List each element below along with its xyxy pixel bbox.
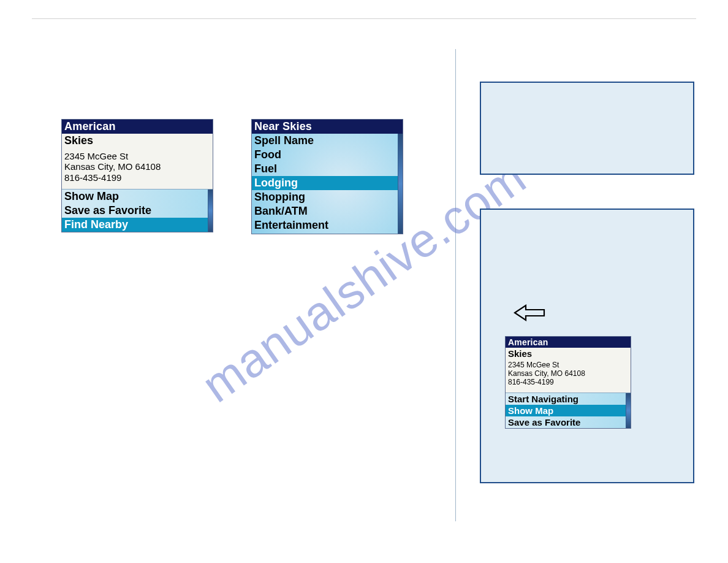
device1-addr2: Kansas City, MO 64108 xyxy=(64,161,210,172)
category-spell-name[interactable]: Spell Name xyxy=(254,134,396,148)
category-food[interactable]: Food xyxy=(254,148,396,162)
device3-body: Skies 2345 McGee St Kansas City, MO 6410… xyxy=(506,348,631,393)
device3-name: Skies xyxy=(508,348,628,361)
menu-save-favorite[interactable]: Save as Favorite xyxy=(62,204,213,218)
device-screenshot-1: American Skies 2345 McGee St Kansas City… xyxy=(61,119,213,232)
device1-title: American xyxy=(62,120,213,134)
device2-title: Near Skies xyxy=(252,120,403,134)
back-arrow-icon xyxy=(514,304,547,322)
device3-menu: Start Navigating Show Map Save as Favori… xyxy=(506,393,631,428)
vertical-divider xyxy=(455,49,456,521)
category-fuel[interactable]: Fuel xyxy=(254,162,396,176)
scrollbar[interactable] xyxy=(626,393,631,428)
category-shopping[interactable]: Shopping xyxy=(254,190,396,204)
device1-phone: 816-435-4199 xyxy=(64,172,210,183)
scrollbar[interactable] xyxy=(398,134,403,234)
device3-addr2: Kansas City, MO 64108 xyxy=(508,370,628,378)
category-lodging[interactable]: Lodging xyxy=(252,176,403,190)
device-screenshot-2: Near Skies Spell Name Food Fuel Lodging … xyxy=(251,119,403,234)
device3-addr1: 2345 McGee St xyxy=(508,361,628,370)
device1-menu: Show Map Save as Favorite Find Nearby xyxy=(62,189,213,232)
category-bank-atm[interactable]: Bank/ATM xyxy=(254,204,396,218)
info-box-top xyxy=(480,82,694,175)
menu-show-map[interactable]: Show Map xyxy=(62,190,213,204)
device1-body: Skies 2345 McGee St Kansas City, MO 6410… xyxy=(62,134,213,189)
device-screenshot-3: American Skies 2345 McGee St Kansas City… xyxy=(505,336,631,429)
device1-name: Skies xyxy=(64,134,210,151)
device3-phone: 816-435-4199 xyxy=(508,378,628,387)
scrollbar[interactable] xyxy=(208,190,213,232)
menu-start-navigating[interactable]: Start Navigating xyxy=(506,393,631,405)
device1-addr1: 2345 McGee St xyxy=(64,151,210,161)
menu-find-nearby[interactable]: Find Nearby xyxy=(62,218,213,232)
category-entertainment[interactable]: Entertainment xyxy=(254,218,396,232)
device2-category-list: Spell Name Food Fuel Lodging Shopping Ba… xyxy=(252,134,403,234)
menu-show-map[interactable]: Show Map xyxy=(506,405,631,416)
horizontal-rule xyxy=(32,18,696,19)
device3-title: American xyxy=(506,337,631,348)
menu-save-favorite[interactable]: Save as Favorite xyxy=(506,416,631,428)
